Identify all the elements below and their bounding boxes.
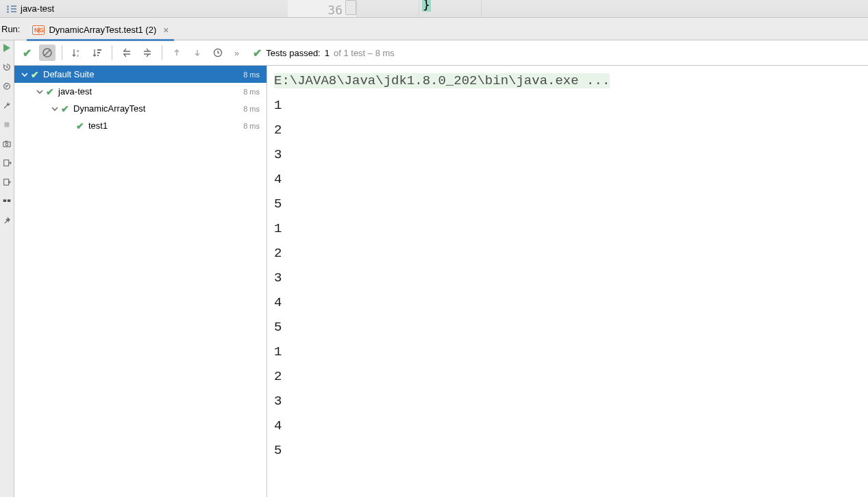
project-tab[interactable]: java-test (0, 0, 61, 17)
chevron-down-icon[interactable] (18, 71, 31, 78)
brace-highlight: } (422, 0, 431, 12)
prev-test-button[interactable] (169, 44, 185, 61)
test-tree-row[interactable]: ✔Default Suite8 ms (14, 66, 266, 83)
console-line: 1 (274, 216, 861, 241)
import-icon[interactable] (2, 177, 12, 187)
layout-icon[interactable] (2, 196, 12, 206)
test-history-button[interactable] (210, 44, 226, 61)
tree-node-time: 8 ms (243, 122, 260, 130)
ide-test-run-panel: java-test 36 } Run: N|G DynamicArrayTest… (0, 0, 868, 497)
svg-rect-5 (4, 160, 9, 166)
show-ignored-button[interactable] (39, 44, 55, 61)
tree-node-label: java-test (58, 86, 92, 97)
rerun-icon[interactable] (2, 43, 12, 53)
status-of-part: of 1 test – 8 ms (334, 48, 395, 58)
status-passed-label: Tests passed: (266, 48, 321, 58)
chevron-down-icon[interactable] (49, 105, 61, 112)
show-passed-button[interactable]: ✔ (18, 44, 35, 61)
rerun-failed-icon[interactable] (2, 81, 12, 91)
console-line: 3 (274, 266, 861, 290)
project-tab-label: java-test (21, 3, 54, 14)
svg-rect-1 (5, 123, 10, 127)
editor-tab-strip: java-test 36 } (0, 0, 868, 18)
svg-rect-6 (4, 179, 9, 186)
tree-node-label: test1 (88, 120, 108, 131)
run-tool-window: ✔ az » ✔ Tests passed: 1 of 1 test – 8 m… (0, 40, 868, 497)
console-line: 3 (274, 142, 861, 167)
svg-rect-7 (3, 199, 6, 202)
camera-icon[interactable] (2, 139, 12, 149)
svg-rect-13 (97, 49, 101, 51)
console-line: 3 (274, 389, 861, 413)
test-tree-row[interactable]: ✔java-test8 ms (14, 83, 266, 100)
more-icon[interactable]: » (234, 48, 239, 58)
run-label: Run: (1, 24, 20, 34)
separator (162, 45, 162, 60)
run-side-toolbar (0, 40, 14, 497)
check-icon: ✔ (76, 120, 84, 131)
svg-point-3 (5, 143, 8, 146)
tree-node-time: 8 ms (243, 105, 260, 113)
console-line: 2 (274, 364, 861, 389)
console-line: 5 (274, 438, 861, 463)
test-tree-row[interactable]: ✔test18 ms (14, 117, 266, 134)
close-icon[interactable]: × (163, 25, 169, 36)
export-icon[interactable] (2, 158, 12, 168)
expand-all-button[interactable] (119, 44, 135, 61)
console-line: 1 (274, 93, 861, 118)
console-output[interactable]: E:\JAVA8\Java\jdk1.8.0_202\bin\java.exe … (267, 66, 868, 497)
test-content: ✔Default Suite8 ms✔java-test8 ms✔Dynamic… (14, 66, 868, 497)
run-main-area: ✔ az » ✔ Tests passed: 1 of 1 test – 8 m… (14, 40, 868, 497)
console-line: 5 (274, 315, 861, 340)
console-line: 2 (274, 241, 861, 266)
console-line: 5 (274, 192, 861, 216)
svg-rect-15 (97, 55, 99, 56)
collapse-all-button[interactable] (139, 44, 156, 61)
check-icon: ✔ (46, 86, 54, 97)
check-icon: ✔ (253, 47, 262, 60)
fold-column (357, 0, 419, 17)
tree-node-label: DynamicArrayTest (73, 103, 145, 114)
module-icon (7, 5, 16, 13)
fold-marker-icon[interactable] (345, 0, 356, 15)
testng-icon: N|G (32, 25, 45, 35)
test-toolbar: ✔ az » ✔ Tests passed: 1 of 1 test – 8 m… (14, 40, 868, 66)
test-tree-row[interactable]: ✔DynamicArrayTest8 ms (14, 100, 266, 117)
console-line: 4 (274, 290, 861, 315)
sort-alpha-button[interactable]: az (69, 44, 85, 61)
test-tree[interactable]: ✔Default Suite8 ms✔java-test8 ms✔Dynamic… (14, 66, 267, 497)
next-test-button[interactable] (189, 44, 206, 61)
editor-gutter-fragment: 36 } (288, 0, 482, 17)
stop-icon[interactable] (2, 120, 12, 129)
check-icon: ✔ (31, 69, 39, 80)
test-status: ✔ Tests passed: 1 of 1 test – 8 ms (253, 47, 395, 60)
run-config-tab[interactable]: N|G DynamicArrayTest.test1 (2) × (27, 21, 174, 41)
svg-line-10 (45, 50, 50, 55)
separator (62, 45, 62, 60)
console-line: 4 (274, 413, 861, 438)
svg-rect-4 (5, 141, 8, 142)
run-tab-bar: Run: N|G DynamicArrayTest.test1 (2) × (0, 18, 868, 40)
svg-rect-14 (97, 52, 100, 53)
console-command: E:\JAVA8\Java\jdk1.8.0_202\bin\java.exe … (274, 73, 610, 88)
separator (112, 45, 112, 60)
svg-text:a: a (77, 49, 79, 53)
wrench-icon[interactable] (2, 101, 12, 110)
history-icon[interactable] (2, 62, 12, 72)
tree-node-time: 8 ms (243, 88, 260, 96)
sort-duration-button[interactable] (89, 44, 106, 61)
console-line: 1 (274, 340, 861, 364)
svg-text:z: z (77, 53, 79, 58)
svg-rect-2 (3, 142, 11, 146)
check-icon: ✔ (61, 103, 69, 114)
tree-node-label: Default Suite (43, 69, 94, 79)
pin-icon[interactable] (2, 216, 12, 225)
console-line: 2 (274, 118, 861, 142)
status-passed-count: 1 (325, 48, 330, 58)
tree-node-time: 8 ms (243, 71, 260, 79)
run-config-label: DynamicArrayTest.test1 (2) (49, 25, 156, 35)
chevron-down-icon[interactable] (34, 88, 46, 95)
code-cell: } (419, 0, 482, 17)
console-line: 4 (274, 167, 861, 192)
svg-rect-8 (8, 199, 10, 202)
